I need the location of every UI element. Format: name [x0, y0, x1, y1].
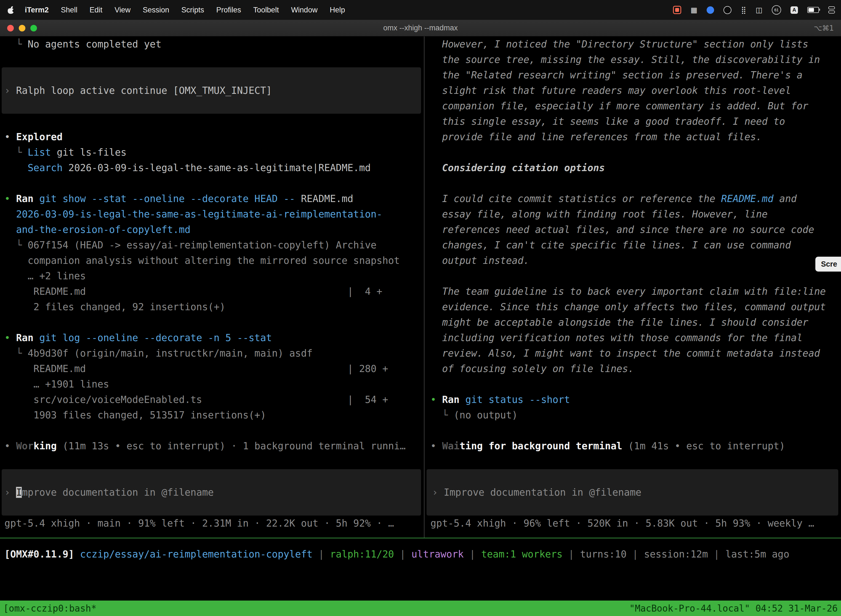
terminal-pane-right[interactable]: However, I noticed the "Directory Struct…	[425, 37, 841, 531]
omx-status-line: [OMX#0.11.9] cczip/essay/ai-reimplementa…	[0, 546, 841, 562]
terminal-line: might be acceptable alongside the file l…	[425, 315, 841, 330]
terminal-line: companion analysis without altering the …	[0, 253, 424, 268]
terminal-line: README.md | 4 +	[0, 284, 424, 299]
menu-profiles[interactable]: Profiles	[216, 6, 241, 14]
menu-edit[interactable]: Edit	[90, 6, 103, 14]
terminal-line: Search 2026-03-09-is-legal-the-same-as-l…	[0, 160, 424, 176]
terminal-line: src/voice/voiceModeEnabled.ts | 54 +	[0, 392, 424, 407]
menu-bar: iTerm2ShellEditViewSessionScriptsProfile…	[0, 0, 841, 20]
input-source-icon[interactable]: A	[791, 6, 798, 14]
recording-indicator-icon[interactable]	[673, 6, 681, 14]
terminal-line: └ (no output)	[425, 407, 841, 423]
menu-status-icons: ▦ ⣿ ◫ 61 A	[673, 5, 841, 15]
terminal-line: and-the-erosion-of-copyleft.md	[0, 222, 424, 238]
battery-icon[interactable]	[807, 7, 819, 13]
battery-percent-value: 61	[774, 8, 779, 12]
menu-items: iTerm2ShellEditViewSessionScriptsProfile…	[25, 6, 345, 14]
menu-session[interactable]: Session	[143, 6, 169, 14]
terminal-line: README.md | 280 +	[0, 361, 424, 377]
window-shortcut-hint: ⌥⌘1	[814, 24, 834, 32]
prompt-input[interactable]: › Improve documentation in @filename	[426, 469, 838, 516]
control-center-icon[interactable]	[828, 6, 835, 13]
terminal-line: 1903 files changed, 513517 insertions(+)	[0, 407, 424, 423]
terminal-line: references need actual files, and since …	[425, 222, 841, 238]
pane-status-line: gpt-5.4 xhigh · main · 91% left · 2.31M …	[0, 516, 424, 531]
dark-app-icon[interactable]	[724, 6, 731, 14]
pane-divider[interactable]	[424, 37, 425, 538]
terminal-line: changes, I can't cite specific file line…	[425, 238, 841, 253]
blank-line	[425, 176, 841, 191]
terminal-line: 2 files changed, 92 insertions(+)	[0, 299, 424, 315]
terminal-line: this single essay, it seems like a good …	[425, 114, 841, 129]
bottom-divider	[0, 538, 841, 538]
terminal-line: • Explored	[0, 129, 424, 145]
blue-app-icon[interactable]	[707, 6, 714, 14]
omx-session-status: [OMX#0.11.9] cczip/essay/ai-reimplementa…	[0, 546, 841, 562]
terminal-line: I could cite commit statistics or refere…	[425, 191, 841, 207]
terminal-line: essay file, along with finding root file…	[425, 207, 841, 222]
window-title: omx --xhigh --madmax	[0, 24, 841, 32]
terminal-line: • Ran git show --stat --oneline --decora…	[0, 191, 424, 207]
terminal-area: └ No agents completed yet› Ralph loop ac…	[0, 37, 841, 531]
blank-line	[0, 176, 424, 191]
blank-line	[425, 268, 841, 284]
terminal-line: • Waiting for background terminal (1m 41…	[425, 438, 841, 454]
blank-line	[425, 377, 841, 392]
terminal-line: companion file, especially if more comme…	[425, 98, 841, 114]
blank-line	[0, 52, 424, 67]
grid-icon[interactable]: ▦	[691, 6, 697, 14]
pane-status-line: gpt-5.4 xhigh · 96% left · 520K in · 5.8…	[425, 516, 841, 531]
apple-menu-icon[interactable]	[8, 6, 14, 14]
terminal-line: slight risk that future readers may over…	[425, 83, 841, 98]
terminal-line: output instead.	[425, 253, 841, 268]
dots-grid-icon[interactable]: ⣿	[741, 6, 746, 14]
window-split-icon[interactable]: ◫	[756, 6, 762, 14]
terminal-line: 2026-03-09-is-legal-the-same-as-legitima…	[0, 207, 424, 222]
blank-line	[425, 423, 841, 438]
terminal-line: of focusing solely on file lines.	[425, 361, 841, 377]
terminal-line: … +2 lines	[0, 268, 424, 284]
terminal-line: • Working (11m 13s • esc to interrupt) ·…	[0, 438, 424, 454]
tmux-status-bar: [omx-cczip0:bash* "MacBook-Pro-44.local"…	[0, 601, 841, 616]
ralph-banner: › Ralph loop active continue [OMX_TMUX_I…	[1, 67, 421, 114]
screen-overlay-button[interactable]: Scre	[815, 257, 841, 271]
title-bar[interactable]: omx --xhigh --madmax ⌥⌘1	[0, 20, 841, 37]
blank-line	[425, 145, 841, 160]
tmux-host-clock: "MacBook-Pro-44.local" 04:52 31-Mar-26	[629, 603, 838, 614]
menu-toolbelt[interactable]: Toolbelt	[253, 6, 279, 14]
terminal-line: including verification notes with those …	[425, 330, 841, 346]
menu-scripts[interactable]: Scripts	[181, 6, 204, 14]
battery-percent-icon[interactable]: 61	[772, 5, 781, 15]
blank-line	[0, 454, 424, 469]
menu-view[interactable]: View	[114, 6, 130, 14]
menu-help[interactable]: Help	[330, 6, 345, 14]
blank-line	[425, 454, 841, 469]
terminal-line: However, I noticed the "Directory Struct…	[425, 37, 841, 52]
menu-window[interactable]: Window	[291, 6, 318, 14]
terminal-line: └ List git ls-files	[0, 145, 424, 160]
terminal-line: └ No agents completed yet	[0, 37, 424, 52]
terminal-line: └ 067f154 (HEAD -> essay/ai-reimplementa…	[0, 238, 424, 253]
terminal-line: Considering citation options	[425, 160, 841, 176]
terminal-line: └ 4b9d30f (origin/main, instructkr/main,…	[0, 346, 424, 361]
screen: iTerm2ShellEditViewSessionScriptsProfile…	[0, 0, 841, 616]
blank-line	[0, 114, 424, 129]
terminal-line: • Ran git status --short	[425, 392, 841, 407]
blank-line	[0, 315, 424, 330]
prompt-input[interactable]: › Improve documentation in @filename	[1, 469, 421, 516]
input-source-letter: A	[793, 7, 796, 13]
menu-iterm2[interactable]: iTerm2	[25, 6, 49, 14]
menu-shell[interactable]: Shell	[61, 6, 78, 14]
terminal-line: evidence. Since this change only affects…	[425, 299, 841, 315]
terminal-line: provide file and line references from th…	[425, 129, 841, 145]
tmux-session-window: [omx-cczip0:bash*	[3, 603, 97, 614]
terminal-line: … +1901 lines	[0, 377, 424, 392]
terminal-line: • Ran git log --oneline --decorate -n 5 …	[0, 330, 424, 346]
terminal-pane-left[interactable]: └ No agents completed yet› Ralph loop ac…	[0, 37, 424, 531]
terminal-line: The team guideline is to back every impo…	[425, 284, 841, 299]
terminal-line: review. Also, I might want to inspect th…	[425, 346, 841, 361]
blank-line	[0, 423, 424, 438]
terminal-line: the "Related research writing" section i…	[425, 67, 841, 83]
terminal-line: the source tree, missing the essay. Stil…	[425, 52, 841, 67]
